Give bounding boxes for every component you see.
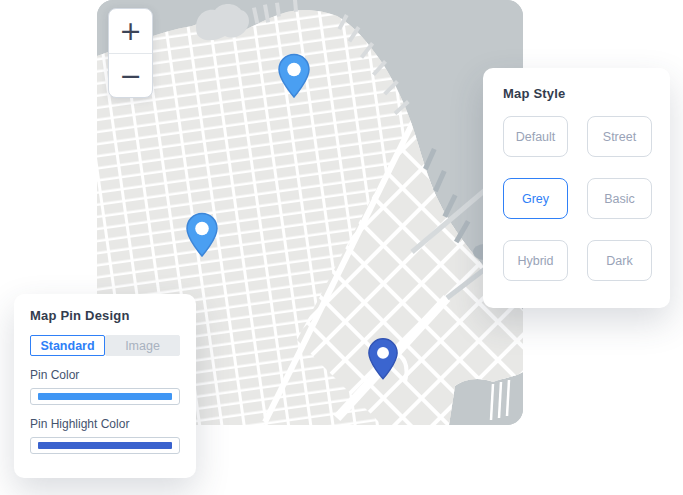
pin-color-label: Pin Color [30, 368, 180, 382]
pin-hole [377, 347, 389, 359]
map-pin-design-panel: Map Pin Design Standard Image Pin Color … [14, 294, 196, 478]
pin-color-input[interactable] [30, 388, 180, 405]
pin-highlight-color-label: Pin Highlight Color [30, 417, 180, 431]
pin-hole [287, 63, 301, 77]
plus-icon: + [119, 15, 142, 46]
zoom-control: + − [108, 8, 153, 98]
map-pin-south[interactable] [367, 337, 399, 381]
style-option-grey[interactable]: Grey [503, 178, 568, 219]
map-style-title: Map Style [503, 86, 651, 101]
pin-hole [195, 222, 209, 236]
map-pin-north[interactable] [277, 53, 311, 99]
map-style-options: Default Street Grey Basic Hybrid Dark [503, 116, 651, 281]
zoom-in-button[interactable]: + [109, 9, 152, 53]
pin-highlight-color-swatch [38, 442, 172, 449]
map-style-panel: Map Style Default Street Grey Basic Hybr… [483, 68, 670, 308]
map-pin-west[interactable] [185, 212, 219, 258]
tab-standard[interactable]: Standard [30, 335, 105, 356]
style-option-hybrid[interactable]: Hybrid [503, 240, 568, 281]
pin-design-tabs: Standard Image [30, 335, 180, 356]
style-option-street[interactable]: Street [587, 116, 652, 157]
pin-color-swatch [38, 393, 172, 400]
style-option-basic[interactable]: Basic [587, 178, 652, 219]
zoom-out-button[interactable]: − [109, 54, 152, 98]
pin-design-title: Map Pin Design [30, 308, 180, 323]
style-option-default[interactable]: Default [503, 116, 568, 157]
pin-highlight-color-input[interactable] [30, 437, 180, 454]
style-option-dark[interactable]: Dark [587, 240, 652, 281]
minus-icon: − [119, 60, 142, 91]
tab-image[interactable]: Image [105, 335, 180, 356]
